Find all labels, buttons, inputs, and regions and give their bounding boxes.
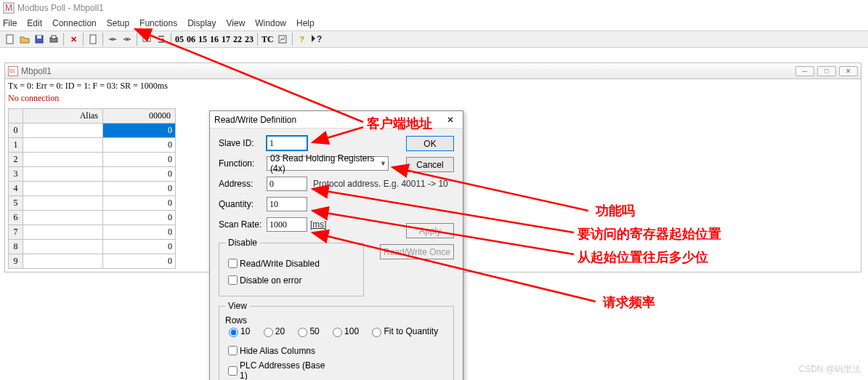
slave-id-label: Slave ID:	[219, 138, 267, 148]
chevron-down-icon: ▼	[380, 160, 386, 167]
apply-button[interactable]: Apply	[406, 223, 454, 238]
cell-value[interactable]: 0	[103, 138, 176, 153]
cell-alias[interactable]	[23, 153, 103, 167]
header-alias: Alias	[23, 109, 103, 124]
row-header: 0	[9, 124, 23, 138]
fcode-05[interactable]: 05	[175, 34, 184, 45]
tc-button[interactable]: TC	[261, 34, 274, 45]
menu-view[interactable]: View	[227, 18, 246, 28]
fcode-15[interactable]: 15	[198, 34, 207, 45]
document-titlebar[interactable]: Mbpoll1 ─ □ ✕	[5, 63, 861, 79]
disconnect-icon[interactable]	[121, 33, 134, 46]
row-header: 9	[9, 254, 23, 269]
cell-alias[interactable]	[23, 225, 103, 240]
rows-20-radio[interactable]: 20	[260, 326, 285, 337]
cell-alias[interactable]	[23, 240, 103, 254]
rows-label: Rows	[225, 315, 447, 326]
cell-alias[interactable]	[23, 167, 103, 182]
svg-rect-7	[90, 35, 96, 44]
cell-value[interactable]: 0	[103, 182, 176, 196]
doc-icon[interactable]	[86, 33, 100, 46]
toolbar: ✕ 05 06 15 16 17 22 23 TC ? ?	[0, 31, 868, 48]
menu-window[interactable]: Window	[255, 18, 286, 28]
row-header: 3	[9, 167, 23, 182]
plc-addresses-checkbox[interactable]: PLC Addresses (Base 1)	[225, 360, 334, 380]
cell-alias[interactable]	[23, 211, 103, 225]
close-button[interactable]: ✕	[839, 66, 858, 76]
svg-text:M: M	[5, 3, 12, 13]
fcode-23[interactable]: 23	[245, 34, 253, 45]
app-icon: M	[3, 2, 15, 14]
view-legend: View	[225, 301, 250, 311]
cell-value[interactable]: 0	[103, 153, 176, 167]
cell-alias[interactable]	[23, 138, 103, 153]
help-icon[interactable]: ?	[296, 33, 309, 46]
save-icon[interactable]	[33, 33, 46, 46]
cell-alias[interactable]	[23, 254, 103, 269]
read-write-definition-dialog: Read/Write Definition ✕ OK Cancel Apply …	[209, 110, 463, 380]
cancel-button[interactable]: Cancel	[406, 157, 454, 172]
cell-value[interactable]: 0	[103, 211, 176, 225]
menu-connection[interactable]: Connection	[52, 18, 97, 28]
fcode-06[interactable]: 06	[187, 34, 195, 45]
fcode-17[interactable]: 17	[222, 34, 230, 45]
address-input[interactable]	[267, 177, 307, 191]
rows-100-radio[interactable]: 100	[329, 326, 359, 337]
report-icon[interactable]	[276, 33, 289, 46]
annotation-freq: 请求频率	[603, 294, 655, 311]
svg-rect-2	[7, 35, 13, 44]
rows-fit-radio[interactable]: Fit to Quantity	[368, 326, 438, 337]
menu-display[interactable]: Display	[187, 18, 216, 28]
maximize-button[interactable]: □	[817, 66, 836, 76]
cell-value[interactable]: 0	[103, 254, 176, 269]
cell-alias[interactable]	[23, 124, 103, 138]
disable-on-error-checkbox[interactable]: Disable on error	[225, 273, 334, 287]
register-grid: Alias 00000 00 10 20 30 40 50 60 70 80 9…	[8, 108, 176, 269]
cell-alias[interactable]	[23, 182, 103, 196]
fcode-16[interactable]: 16	[210, 34, 219, 45]
print-icon[interactable]	[47, 33, 60, 46]
menu-edit[interactable]: Edit	[27, 18, 42, 28]
cell-value-selected[interactable]: 0	[103, 124, 176, 138]
grid-corner	[9, 109, 23, 124]
cell-value[interactable]: 0	[103, 240, 176, 254]
menu-help[interactable]: Help	[296, 18, 315, 28]
quantity-label: Quantity:	[219, 199, 267, 209]
menu-functions[interactable]: Functions	[139, 18, 177, 28]
rows-10-radio[interactable]: 10	[225, 326, 250, 337]
status-line: Tx = 0: Err = 0: ID = 1: F = 03: SR = 10…	[5, 79, 861, 93]
read-write-once-button[interactable]: Read/Write Once	[380, 244, 454, 259]
menu-setup[interactable]: Setup	[107, 18, 129, 28]
dialog-close-icon[interactable]: ✕	[442, 115, 458, 125]
rw-disabled-checkbox[interactable]: Read/Write Disabled	[225, 256, 334, 270]
annotation-reg-start: 要访问的寄存器起始位置	[577, 225, 721, 243]
monitor-icon[interactable]	[140, 33, 153, 46]
ok-button[interactable]: OK	[406, 136, 454, 151]
menu-file[interactable]: File	[3, 18, 17, 28]
slave-id-input[interactable]	[267, 136, 307, 150]
menubar: File Edit Connection Setup Functions Dis…	[0, 16, 868, 31]
fcode-22[interactable]: 22	[233, 34, 242, 45]
list-icon[interactable]	[155, 33, 168, 46]
new-icon[interactable]	[4, 33, 17, 46]
cell-value[interactable]: 0	[103, 196, 176, 211]
cell-value[interactable]: 0	[103, 167, 176, 182]
connect-icon[interactable]	[106, 33, 119, 46]
open-icon[interactable]	[18, 33, 31, 46]
rows-50-radio[interactable]: 50	[294, 326, 319, 337]
quantity-input[interactable]	[267, 197, 307, 211]
view-group: View Rows 10 20 50 100 Fit to Quantity H…	[219, 301, 454, 380]
scanrate-label: Scan Rate:	[219, 219, 267, 230]
hide-alias-checkbox[interactable]: Hide Alias Columns	[225, 344, 334, 357]
function-select[interactable]: 03 Read Holding Registers (4x) ▼	[267, 156, 389, 171]
minimize-button[interactable]: ─	[795, 66, 814, 76]
cell-value[interactable]: 0	[103, 225, 176, 240]
svg-rect-6	[52, 36, 56, 39]
function-label: Function:	[219, 158, 267, 169]
svg-rect-8	[143, 36, 150, 41]
whatsthis-icon[interactable]: ?	[310, 33, 323, 46]
delete-icon[interactable]: ✕	[67, 33, 80, 46]
cell-alias[interactable]	[23, 196, 103, 211]
dialog-title: Read/Write Definition	[214, 115, 296, 125]
scanrate-input[interactable]	[267, 217, 307, 232]
